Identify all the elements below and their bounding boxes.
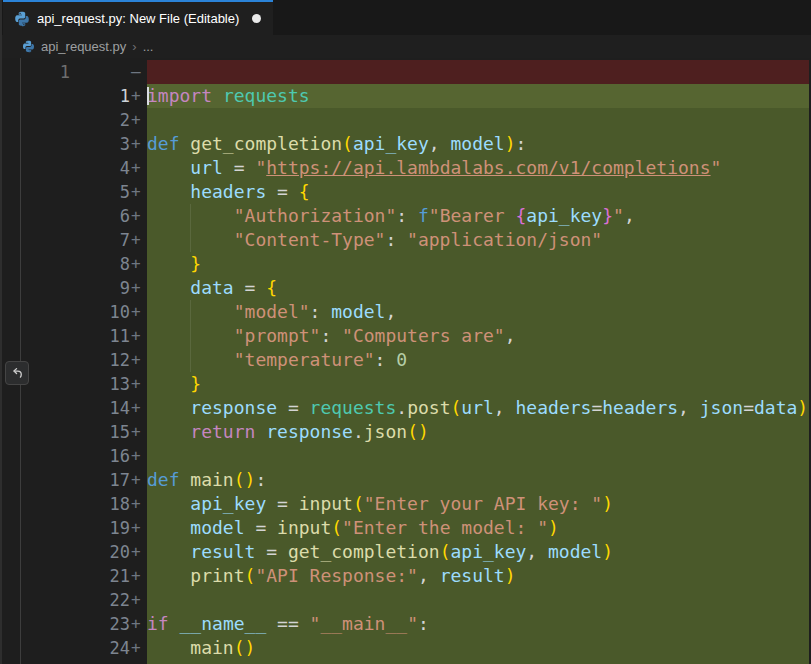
code-token: = — [245, 517, 278, 538]
old-line-number[interactable] — [0, 420, 70, 444]
diff-sign: + — [130, 516, 147, 540]
new-line-number[interactable]: 21 — [70, 564, 130, 588]
code-line[interactable]: url = "https://api.lambdalabs.com/v1/com… — [147, 156, 811, 180]
code-line[interactable]: api_key = input("Enter your API key: ") — [147, 492, 811, 516]
code-line[interactable]: "Content-Type": "application/json" — [147, 228, 811, 252]
new-line-number[interactable]: 2 — [70, 108, 130, 132]
breadcrumb-file[interactable]: api_request.py — [41, 39, 126, 54]
code-token — [180, 469, 191, 490]
old-line-number[interactable] — [0, 540, 70, 564]
code-line[interactable]: return response.json() — [147, 420, 811, 444]
old-line-number[interactable] — [0, 156, 70, 180]
old-line-number[interactable] — [0, 84, 70, 108]
code-token: return — [190, 421, 255, 442]
new-line-number[interactable]: 8 — [70, 252, 130, 276]
new-line-number[interactable]: 6 — [70, 204, 130, 228]
old-line-number[interactable] — [0, 564, 70, 588]
code-line[interactable] — [147, 588, 811, 612]
unsaved-changes-dot[interactable] — [252, 14, 261, 23]
code-line[interactable] — [147, 660, 811, 664]
old-line-number[interactable] — [0, 444, 70, 468]
new-line-number[interactable]: 9 — [70, 276, 130, 300]
old-line-number[interactable] — [0, 588, 70, 612]
new-line-number[interactable]: 18 — [70, 492, 130, 516]
new-line-number[interactable]: 15 — [70, 420, 130, 444]
new-line-number[interactable]: 4 — [70, 156, 130, 180]
old-line-number[interactable] — [0, 204, 70, 228]
code-line[interactable]: } — [147, 252, 811, 276]
new-line-number[interactable]: 5 — [70, 180, 130, 204]
diff-sign: + — [130, 228, 147, 252]
old-line-number[interactable] — [0, 180, 70, 204]
new-line-number[interactable]: 7 — [70, 228, 130, 252]
old-line-number[interactable] — [0, 228, 70, 252]
code-token: data — [190, 277, 233, 298]
code-line[interactable]: "temperature": 0 — [147, 348, 811, 372]
old-line-number[interactable]: 1 — [0, 60, 70, 84]
code-token: ) — [602, 493, 613, 514]
new-line-number[interactable]: 13 — [70, 372, 130, 396]
old-line-number[interactable] — [0, 300, 70, 324]
new-line-number[interactable]: 1 — [70, 84, 130, 108]
code-line[interactable] — [147, 60, 811, 84]
new-line-number[interactable]: 10 — [70, 300, 130, 324]
new-line-number[interactable]: 22 — [70, 588, 130, 612]
code-line[interactable]: if __name__ == "__main__": — [147, 612, 811, 636]
old-line-number[interactable] — [0, 468, 70, 492]
new-line-number[interactable]: 11 — [70, 324, 130, 348]
code-line[interactable]: "model": model, — [147, 300, 811, 324]
code-line[interactable]: "prompt": "Computers are", — [147, 324, 811, 348]
code-token: ( — [331, 517, 342, 538]
code-token: { — [266, 277, 277, 298]
code-token: main — [190, 637, 233, 658]
code-line[interactable]: response = requests.post(url, headers=he… — [147, 396, 811, 420]
tab-api-request[interactable]: api_request.py: New File (Editable) — [3, 0, 273, 35]
code-line[interactable]: print("API Response:", result) — [147, 564, 811, 588]
code-line[interactable]: def get_completion(api_key, model): — [147, 132, 811, 156]
diff-row: 22+ — [0, 588, 811, 612]
old-line-number[interactable] — [0, 396, 70, 420]
code-line[interactable]: result = get_completion(api_key, model) — [147, 540, 811, 564]
vscode-diff-editor: api_request.py: New File (Editable) api_… — [0, 0, 811, 664]
code-line[interactable]: import requests — [147, 84, 811, 108]
old-line-number[interactable] — [0, 132, 70, 156]
new-line-number[interactable]: 17 — [70, 468, 130, 492]
new-line-number[interactable]: 19 — [70, 516, 130, 540]
old-line-number[interactable] — [0, 492, 70, 516]
old-line-number[interactable] — [0, 276, 70, 300]
code-line[interactable]: data = { — [147, 276, 811, 300]
diff-row: 11+ "prompt": "Computers are", — [0, 324, 811, 348]
code-line[interactable]: model = input("Enter the model: ") — [147, 516, 811, 540]
code-line[interactable] — [147, 444, 811, 468]
new-line-number[interactable]: 16 — [70, 444, 130, 468]
code-line[interactable]: def main(): — [147, 468, 811, 492]
old-line-number[interactable] — [0, 636, 70, 660]
code-token: json — [700, 397, 743, 418]
code-token: : — [375, 349, 397, 370]
code-line[interactable]: "Authorization": f"Bearer {api_key}", — [147, 204, 811, 228]
new-line-number[interactable]: 3 — [70, 132, 130, 156]
old-line-number[interactable] — [0, 324, 70, 348]
old-line-number[interactable] — [0, 108, 70, 132]
diff-sign: + — [130, 156, 147, 180]
breadcrumb-ellipsis[interactable]: ... — [143, 39, 154, 54]
code-line[interactable]: headers = { — [147, 180, 811, 204]
diff-row: 23+if __name__ == "__main__": — [0, 612, 811, 636]
code-token: = — [234, 277, 267, 298]
old-line-number[interactable] — [0, 252, 70, 276]
new-line-number[interactable] — [70, 660, 130, 664]
code-line[interactable]: main() — [147, 636, 811, 660]
old-line-number[interactable] — [0, 516, 70, 540]
old-line-number[interactable] — [0, 612, 70, 636]
new-line-number[interactable]: 14 — [70, 396, 130, 420]
new-line-number[interactable]: 12 — [70, 348, 130, 372]
new-line-number[interactable]: 20 — [70, 540, 130, 564]
code-line[interactable]: } — [147, 372, 811, 396]
code-line[interactable] — [147, 108, 811, 132]
diff-row: 3+def get_completion(api_key, model): — [0, 132, 811, 156]
new-line-number[interactable]: 23 — [70, 612, 130, 636]
old-line-number[interactable] — [0, 660, 70, 664]
revert-block-button[interactable] — [5, 361, 29, 385]
new-line-number[interactable] — [70, 60, 130, 84]
new-line-number[interactable]: 24 — [70, 636, 130, 660]
